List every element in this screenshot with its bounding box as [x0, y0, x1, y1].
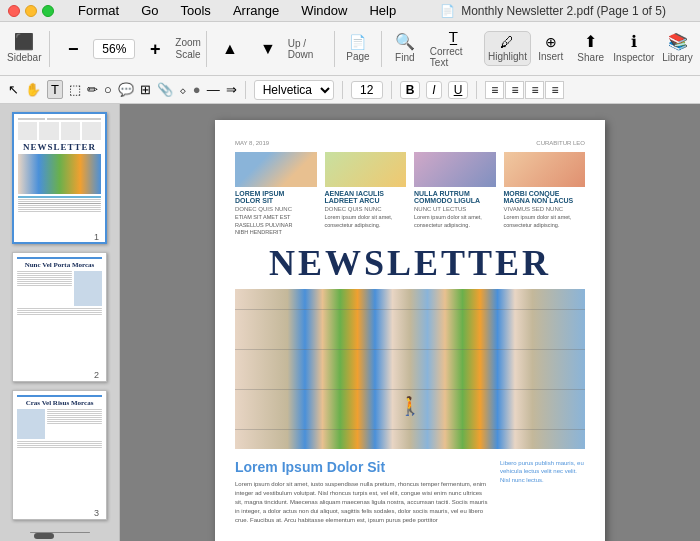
menu-tools[interactable]: Tools: [177, 1, 215, 20]
menu-format[interactable]: Format: [74, 1, 123, 20]
library-button[interactable]: 📚 Library: [659, 31, 696, 66]
inspector-button[interactable]: ℹ Inspector: [611, 31, 657, 66]
menu-window[interactable]: Window: [297, 1, 351, 20]
share-icon: ⬆: [584, 34, 597, 50]
format-bar: ↖ ✋ T ⬚ ✏ ○ 💬 ⊞ 📎 ⬦ ● — ⇒ Helvetica B I …: [0, 76, 700, 104]
col3-headline: NULLA RUTRUMCOMMODO LIGULA: [414, 190, 496, 204]
toolbar: ⬛ Sidebar − 56% + Zoom Scale ▲ ▼ Up / Do…: [0, 22, 700, 76]
newsletter-hero-image: 🚶: [235, 289, 585, 449]
col1-headline: Lorem IpsumDolor Sit: [235, 190, 317, 204]
font-size-input[interactable]: [351, 81, 383, 99]
line-tool[interactable]: —: [207, 82, 220, 97]
insert-icon: ⊕: [545, 35, 557, 49]
insert-button[interactable]: ⊕ Insert: [533, 32, 569, 65]
thumb-num-2: 2: [92, 370, 101, 380]
link-tool[interactable]: ⊞: [140, 82, 151, 97]
newsletter-date: MAY 8, 2019: [235, 140, 269, 146]
hand-tool[interactable]: ✋: [25, 82, 41, 97]
pointer-tool[interactable]: ↖: [8, 82, 19, 97]
library-icon: 📚: [668, 34, 688, 50]
font-selector[interactable]: Helvetica: [254, 80, 334, 100]
align-right-button[interactable]: ≡: [525, 81, 544, 99]
align-group: ≡ ≡ ≡ ≡: [485, 81, 564, 99]
shape-tool[interactable]: ○: [104, 82, 112, 97]
correct-text-button[interactable]: T̲ Correct Text: [425, 27, 482, 71]
format-sep-1: [245, 81, 246, 99]
align-center-button[interactable]: ≡: [505, 81, 524, 99]
inspector-label: Inspector: [613, 52, 654, 63]
separator-3: [334, 31, 335, 67]
highlight-label: Highlight: [488, 51, 527, 62]
correct-text-icon: T̲: [449, 30, 458, 44]
menu-arrange[interactable]: Arrange: [229, 1, 283, 20]
highlight-button[interactable]: 🖊 Highlight: [484, 31, 530, 66]
align-left-button[interactable]: ≡: [485, 81, 504, 99]
thumbnail-3[interactable]: Cras Vel Risus Morcas: [12, 390, 107, 520]
zoom-out-icon: −: [68, 40, 79, 58]
sidebar-scrollbar[interactable]: [30, 532, 90, 533]
separator-4: [381, 31, 382, 67]
bold-button[interactable]: B: [400, 81, 421, 99]
newsletter-col-1: Lorem IpsumDolor Sit DONEC QUIS NUNC ETI…: [235, 152, 317, 237]
close-button[interactable]: [8, 5, 20, 17]
col3-text: Lorem ipsum dolor sit amet, consectetur …: [414, 214, 496, 229]
page-up-button[interactable]: ▲: [212, 38, 248, 60]
italic-button[interactable]: I: [426, 81, 441, 99]
audio-tool[interactable]: 📎: [157, 82, 173, 97]
article-sidebar-text: Libero purus publish mauris, eu vehicula…: [500, 460, 584, 483]
page-view[interactable]: MAY 8, 2019 CURABITUR LEO Lorem IpsumDol…: [120, 104, 700, 541]
share-button[interactable]: ⬆ Share: [573, 31, 609, 66]
find-button[interactable]: 🔍 Find: [387, 31, 423, 66]
article-section: Lorem Ipsum Dolor Sit Lorem ipsum dolor …: [235, 459, 585, 525]
sidebar-button[interactable]: ⬛ Sidebar: [4, 31, 44, 66]
text-tool[interactable]: T: [47, 80, 63, 99]
newsletter-col-2: AENEAN IACULISLADREET ARCU DONEC QUIS NU…: [325, 152, 407, 237]
main-content: NEWSLETTER 1: [0, 104, 700, 541]
highlight-tool[interactable]: ⬚: [69, 82, 81, 97]
thumbnail-2[interactable]: Nunc Vel Porta Morcas: [12, 252, 107, 382]
newsletter-page: MAY 8, 2019 CURABITUR LEO Lorem IpsumDol…: [215, 120, 605, 541]
separator-2: [206, 31, 207, 67]
page-display-button[interactable]: 📄 Page: [340, 32, 376, 65]
menu-bar: Format Go Tools Arrange Window Help 📄 Mo…: [0, 0, 700, 22]
zoom-out-button[interactable]: −: [55, 37, 91, 61]
thumbnail-sidebar: NEWSLETTER 1: [0, 104, 120, 541]
thumb-num-1: 1: [92, 232, 101, 242]
comment-tool[interactable]: 💬: [118, 82, 134, 97]
zoom-in-button[interactable]: +: [137, 37, 173, 61]
col2-text: Lorem ipsum dolor sit amet, consectetur …: [325, 214, 407, 229]
arrow-tool[interactable]: ⇒: [226, 82, 237, 97]
minimize-button[interactable]: [25, 5, 37, 17]
format-sep-4: [476, 81, 477, 99]
sidebar-label: Sidebar: [7, 52, 41, 63]
thumbnail-1[interactable]: NEWSLETTER 1: [12, 112, 107, 244]
page-down-button[interactable]: ▼: [250, 38, 286, 60]
updown-label: Up / Down: [288, 38, 329, 60]
col1-subhead: DONEC QUIS NUNC: [235, 206, 317, 212]
circle-tool[interactable]: ●: [193, 82, 201, 97]
stamp-tool[interactable]: ⬦: [179, 82, 187, 97]
newsletter-columns: Lorem IpsumDolor Sit DONEC QUIS NUNC ETI…: [235, 152, 585, 237]
menu-help[interactable]: Help: [365, 1, 400, 20]
thumb-page-3: Cras Vel Risus Morcas: [17, 395, 102, 515]
col2-subhead: DONEC QUIS NUNC: [325, 206, 407, 212]
underline-button[interactable]: U: [448, 81, 469, 99]
inspector-icon: ℹ: [631, 34, 637, 50]
newsletter-main-title: NEWSLETTER: [235, 245, 585, 281]
page-label: Page: [346, 51, 369, 62]
separator-1: [49, 31, 50, 67]
window-controls: [8, 5, 54, 17]
maximize-button[interactable]: [42, 5, 54, 17]
article-main: Lorem Ipsum Dolor Sit Lorem ipsum dolor …: [235, 459, 490, 525]
thumb-page-2: Nunc Vel Porta Morcas: [17, 257, 102, 377]
insert-label: Insert: [538, 51, 563, 62]
align-justify-button[interactable]: ≡: [545, 81, 564, 99]
col4-headline: MORBI CONQUEMAGNA NON LACUS: [504, 190, 586, 204]
scale-display[interactable]: 56%: [93, 39, 135, 59]
col1-text: ETIAM SIT AMET ESTRASELLUS PULVINARNIBH …: [235, 214, 317, 237]
format-sep-2: [342, 81, 343, 99]
annotation-tool[interactable]: ✏: [87, 82, 98, 97]
window-title: Monthly Newsletter 2.pdf (Page 1 of 5): [461, 4, 666, 18]
find-label: Find: [395, 52, 414, 63]
menu-go[interactable]: Go: [137, 1, 162, 20]
